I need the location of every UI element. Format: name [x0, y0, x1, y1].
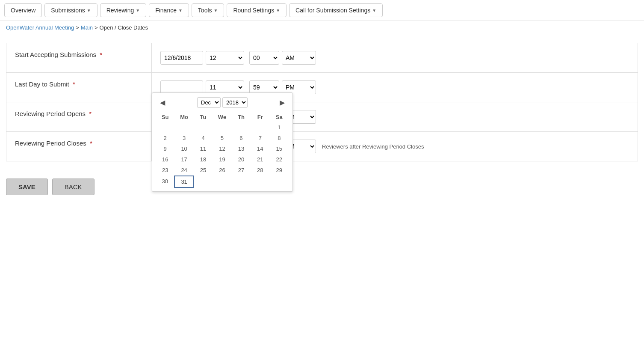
calendar-day[interactable]: 9 [156, 143, 174, 154]
breadcrumb-link-1[interactable]: Main [81, 24, 93, 31]
calendar-day-header: We [213, 112, 231, 122]
buttons-row: SAVE BACK [0, 170, 644, 204]
calendar-day[interactable]: 23 [156, 165, 174, 176]
calendar-day[interactable]: 30 [156, 176, 174, 187]
calendar-empty-cell [232, 176, 251, 187]
calendar-day[interactable]: 16 [156, 154, 174, 165]
breadcrumb-current: Open / Close Dates [100, 24, 148, 31]
calendar-empty-cell [174, 122, 193, 133]
dropdown-caret: ▼ [372, 8, 376, 13]
calendar-day[interactable]: 21 [251, 154, 269, 165]
back-button[interactable]: BACK [52, 179, 95, 195]
calendar-empty-cell [156, 122, 174, 133]
calendar-day-header: Tu [194, 112, 213, 122]
calendar-day[interactable]: 26 [213, 165, 231, 176]
calendar-empty-cell [251, 176, 269, 187]
label-start-accepting: Start Accepting Submissions * [6, 43, 152, 73]
save-button[interactable]: SAVE [6, 179, 48, 195]
nav-btn-tools[interactable]: Tools ▼ [192, 3, 225, 17]
label-last-day: Last Day to Submit * [6, 73, 152, 102]
input-cell-last-day: 123456789101112 000105101520253035404550… [152, 73, 638, 102]
nav-btn-finance[interactable]: Finance ▼ [149, 3, 189, 17]
calendar-grid: SuMoTuWeThFrSa12345678910111213141516171… [156, 112, 289, 188]
navbar: OverviewSubmissions ▼Reviewing ▼Finance … [0, 0, 644, 21]
breadcrumb-link-0[interactable]: OpenWater Annual Meeting [6, 24, 74, 31]
calendar-day-header: Fr [251, 112, 269, 122]
calendar-empty-cell [251, 122, 269, 133]
calendar-empty-cell [232, 122, 251, 133]
label-reviewing-opens: Reviewing Period Opens * [6, 102, 152, 132]
calendar-day[interactable]: 10 [174, 143, 193, 154]
calendar-day[interactable]: 1 [270, 122, 289, 133]
calendar-next-btn[interactable]: ▶ [277, 98, 287, 107]
hour-select-start-accepting[interactable]: 123456789101112 [206, 51, 244, 65]
calendar-day-header: Su [156, 112, 174, 122]
calendar-day[interactable]: 12 [213, 143, 231, 154]
breadcrumb-separator: > [95, 24, 98, 31]
calendar-popup: ◀ JanFebMarAprMayJunJulAugSepOctNovDec 2… [152, 92, 293, 192]
calendar-day[interactable]: 14 [251, 143, 269, 154]
required-star: * [89, 110, 92, 117]
calendar-day[interactable]: 29 [270, 165, 289, 176]
calendar-empty-cell [194, 122, 213, 133]
required-star: * [100, 51, 102, 58]
calendar-day[interactable]: 7 [251, 133, 269, 143]
calendar-day[interactable]: 6 [232, 133, 251, 143]
calendar-month-select[interactable]: JanFebMarAprMayJunJulAugSepOctNovDec [197, 97, 221, 108]
required-star: * [90, 140, 92, 147]
hint-text-reviewing-closes: Reviewers after Reviewing Period Closes [322, 143, 424, 150]
nav-btn-overview[interactable]: Overview [4, 3, 42, 17]
calendar-day[interactable]: 18 [194, 154, 213, 165]
calendar-day[interactable]: 11 [194, 143, 213, 154]
calendar-day[interactable]: 2 [156, 133, 174, 143]
breadcrumb: OpenWater Annual Meeting>Main>Open / Clo… [0, 21, 644, 34]
calendar-year-select[interactable]: 20162017201820192020 [222, 97, 248, 108]
dropdown-caret: ▼ [136, 8, 140, 13]
calendar-day-header: Mo [174, 112, 193, 122]
calendar-day[interactable]: 25 [194, 165, 213, 176]
calendar-header: ◀ JanFebMarAprMayJunJulAugSepOctNovDec 2… [156, 96, 289, 109]
calendar-empty-cell [213, 176, 231, 187]
calendar-day[interactable]: 20 [232, 154, 251, 165]
nav-btn-round-settings[interactable]: Round Settings ▼ [227, 3, 287, 17]
dropdown-caret: ▼ [178, 8, 183, 13]
calendar-prev-btn[interactable]: ◀ [157, 98, 168, 107]
calendar-empty-cell [194, 176, 213, 187]
calendar-empty-cell [213, 122, 231, 133]
nav-btn-cfs-settings[interactable]: Call for Submission Settings ▼ [289, 3, 383, 17]
form-table: Start Accepting Submissions * 1234567891… [6, 43, 638, 161]
calendar-day[interactable]: 5 [213, 133, 231, 143]
calendar-day[interactable]: 3 [174, 133, 193, 143]
dropdown-caret: ▼ [214, 8, 218, 13]
form-area: Start Accepting Submissions * 1234567891… [0, 34, 644, 170]
calendar-day[interactable]: 27 [232, 165, 251, 176]
calendar-day[interactable]: 31 [174, 176, 193, 187]
calendar-day[interactable]: 19 [213, 154, 231, 165]
calendar-day[interactable]: 17 [174, 154, 193, 165]
calendar-day[interactable]: 28 [251, 165, 269, 176]
date-input-start-accepting[interactable] [160, 51, 203, 65]
calendar-empty-cell [270, 176, 289, 187]
ampm-select-start-accepting[interactable]: AMPM [282, 51, 316, 65]
input-row-start-accepting: 123456789101112 000105101520253035404550… [160, 51, 629, 65]
calendar-day-header: Sa [270, 112, 289, 122]
calendar-day[interactable]: 15 [270, 143, 289, 154]
label-reviewing-closes: Reviewing Period Closes * [6, 132, 152, 161]
nav-btn-submissions[interactable]: Submissions ▼ [44, 3, 97, 17]
calendar-day[interactable]: 24 [174, 165, 193, 176]
calendar-day[interactable]: 13 [232, 143, 251, 154]
calendar-day[interactable]: 22 [270, 154, 289, 165]
calendar-day[interactable]: 4 [194, 133, 213, 143]
calendar-day[interactable]: 8 [270, 133, 289, 143]
calendar-day-header: Th [232, 112, 251, 122]
input-cell-start-accepting: 123456789101112 000105101520253035404550… [152, 43, 638, 73]
breadcrumb-separator: > [76, 24, 79, 31]
dropdown-caret: ▼ [276, 8, 280, 13]
dropdown-caret: ▼ [87, 8, 91, 13]
required-star: * [73, 80, 75, 88]
nav-btn-reviewing[interactable]: Reviewing ▼ [100, 3, 147, 17]
calendar-selects: JanFebMarAprMayJunJulAugSepOctNovDec 201… [197, 97, 248, 108]
minute-select-start-accepting[interactable]: 0001051015202530354045505559 [249, 51, 279, 65]
